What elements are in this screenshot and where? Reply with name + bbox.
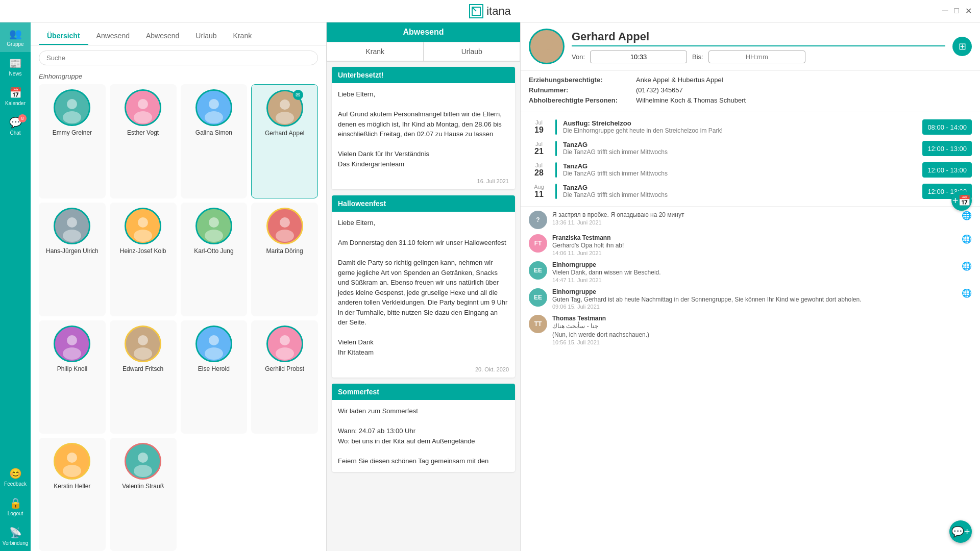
member-name: Heinz-Josef Kolb	[120, 247, 166, 255]
chat-fab-button[interactable]: 💬+	[949, 520, 972, 543]
tab-anwesend[interactable]: Anwesend	[88, 28, 138, 45]
avatar	[195, 325, 232, 362]
translate-button[interactable]: 🌐	[962, 234, 972, 244]
avatar	[195, 208, 232, 244]
news-date: 20. Okt. 2020	[332, 363, 515, 378]
tab-ubersicht[interactable]: Übersicht	[39, 28, 88, 45]
chat-content: Я застрял в пробке. Я опаздываю на 20 ми…	[552, 211, 957, 226]
news-title: Halloweenfest	[332, 195, 515, 212]
chat-sender: Einhorngruppe	[552, 288, 957, 295]
member-card[interactable]: Else Herold	[181, 320, 248, 434]
member-card[interactable]: Kerstin Heller	[39, 438, 106, 551]
close-btn[interactable]: ✕	[965, 6, 972, 16]
member-card[interactable]: Karl-Otto Jung	[181, 203, 248, 316]
event-desc: Die TanzAG trifft sich immer Mittwochs	[563, 170, 916, 177]
member-card[interactable]: Valentin Strauß	[110, 438, 177, 551]
avatar	[54, 443, 90, 480]
svg-point-31	[134, 347, 152, 360]
svg-point-10	[205, 111, 223, 123]
verbindung-icon: 📡	[9, 527, 22, 539]
chat-timestamp: 14:47 11. Juni 2021	[552, 277, 957, 283]
member-card[interactable]: Emmy Greiner	[39, 84, 106, 198]
sidebar-item-verbindung[interactable]: 📡 Verbindung	[0, 521, 31, 551]
news-body: Liebe Eltern,Am Donnerstag den 31.10 fei…	[332, 212, 515, 363]
chat-message: TTThomas Testmannجنا - سأبحث هناك(Nun, i…	[529, 315, 972, 345]
sidebar-item-gruppe[interactable]: 👥 Gruppe	[0, 22, 31, 52]
svg-point-44	[541, 36, 553, 48]
sidebar-item-logout[interactable]: 🔒 Logout	[0, 492, 31, 521]
detail-label: Rufnummer:	[529, 86, 631, 94]
news-card: Sommerfest Wir laden zum SommerfestWann:…	[332, 384, 515, 472]
member-name: Marita Döring	[266, 247, 303, 255]
member-card[interactable]: Gerhild Probst	[251, 320, 318, 434]
avatar	[54, 208, 90, 244]
members-grid: Emmy GreinerEsther VogtGalina Simon✉Gerh…	[31, 84, 326, 551]
member-card[interactable]: Philip Knoll	[39, 320, 106, 434]
sidebar-item-feedback[interactable]: 😊 Feedback	[0, 462, 31, 492]
event-line	[555, 141, 557, 156]
detail-row: Erziehungsberechtigte:Anke Appel & Huber…	[529, 76, 972, 84]
tab-abwesend[interactable]: Abwesend	[138, 28, 187, 45]
member-card[interactable]: Marita Döring	[251, 203, 318, 316]
time-to-input[interactable]	[708, 51, 805, 63]
event-time-badge: 12:00 - 13:00	[922, 141, 972, 156]
avatar	[54, 325, 90, 362]
event-info: Ausflug: Streichelzoo Die Einhorngruppe …	[563, 119, 916, 135]
event-date: Jul 21	[529, 141, 549, 156]
window-controls[interactable]: ─ □ ✕	[942, 6, 972, 16]
svg-point-28	[63, 347, 81, 360]
member-card[interactable]: Heinz-Josef Kolb	[110, 203, 177, 316]
sidebar-item-kalender[interactable]: 📅 Kalender	[0, 82, 31, 111]
detail-row: Rufnummer:(01732) 345657	[529, 86, 972, 94]
search-input[interactable]	[39, 51, 318, 65]
avatar	[125, 208, 161, 244]
sidebar-item-news[interactable]: 📰 News	[0, 52, 31, 82]
member-card[interactable]: Hans-Jürgen Ulrich	[39, 203, 106, 316]
chat-timestamp: 14:06 11. Juni 2021	[552, 250, 957, 256]
profile-details: Erziehungsberechtigte:Anke Appel & Huber…	[521, 71, 980, 112]
chat-message: EEEinhorngruppeVielen Dank, dann wissen …	[529, 261, 972, 283]
urlaub-button[interactable]: Urlaub	[424, 42, 521, 61]
member-name: Galina Simon	[195, 129, 232, 136]
von-label: Von:	[572, 53, 585, 61]
event-time-badge: 08:00 - 14:00	[922, 119, 972, 135]
tab-krank[interactable]: Krank	[225, 28, 260, 45]
member-card[interactable]: Galina Simon	[181, 84, 248, 198]
translate-button[interactable]: 🌐	[962, 211, 972, 220]
krank-button[interactable]: Krank	[327, 42, 424, 61]
chat-avatar: EE	[529, 261, 547, 280]
svg-point-4	[63, 111, 81, 123]
chat-messages: ?Я застрял в пробке. Я опаздываю на 20 м…	[521, 207, 980, 551]
member-card[interactable]: Esther Vogt	[110, 84, 177, 198]
member-name: Valentin Strauß	[122, 483, 164, 490]
chat-message: FTFranziska TestmannGerhard's Opa holt i…	[529, 234, 972, 256]
member-name: Kerstin Heller	[54, 483, 90, 490]
detail-value: (01732) 345657	[636, 86, 683, 94]
profile-grid-button[interactable]: ⊞	[952, 37, 972, 56]
event-row: Jul 19 Ausflug: Streichelzoo Die Einhorn…	[521, 116, 980, 138]
event-date: Jul 19	[529, 119, 549, 135]
event-title: TanzAG	[563, 184, 916, 191]
kalender-icon: 📅	[9, 87, 22, 99]
maximize-btn[interactable]: □	[954, 6, 959, 16]
translate-button[interactable]: 🌐	[962, 288, 972, 298]
svg-point-18	[138, 217, 148, 228]
sidebar-item-chat[interactable]: 💬 Chat 8	[0, 111, 31, 141]
tab-urlaub[interactable]: Urlaub	[187, 28, 225, 45]
member-card[interactable]: ✉Gerhard Appel	[251, 84, 318, 198]
svg-point-30	[138, 335, 148, 345]
search-bar	[31, 45, 326, 70]
svg-point-16	[63, 230, 81, 242]
minimize-btn[interactable]: ─	[942, 6, 948, 16]
event-title: Ausflug: Streichelzoo	[563, 119, 916, 127]
svg-point-7	[134, 111, 152, 123]
translate-button[interactable]: 🌐	[962, 261, 972, 271]
detail-label: Erziehungsberechtigte:	[529, 76, 631, 84]
time-from-input[interactable]	[590, 51, 687, 63]
bis-label: Bis:	[692, 53, 703, 61]
svg-point-19	[134, 230, 152, 242]
news-card: Halloweenfest Liebe Eltern,Am Donnerstag…	[332, 195, 515, 378]
sidebar-bottom: 😊 Feedback 🔒 Logout 📡 Verbindung	[0, 462, 31, 551]
event-line	[555, 184, 557, 199]
member-card[interactable]: Edward Fritsch	[110, 320, 177, 434]
